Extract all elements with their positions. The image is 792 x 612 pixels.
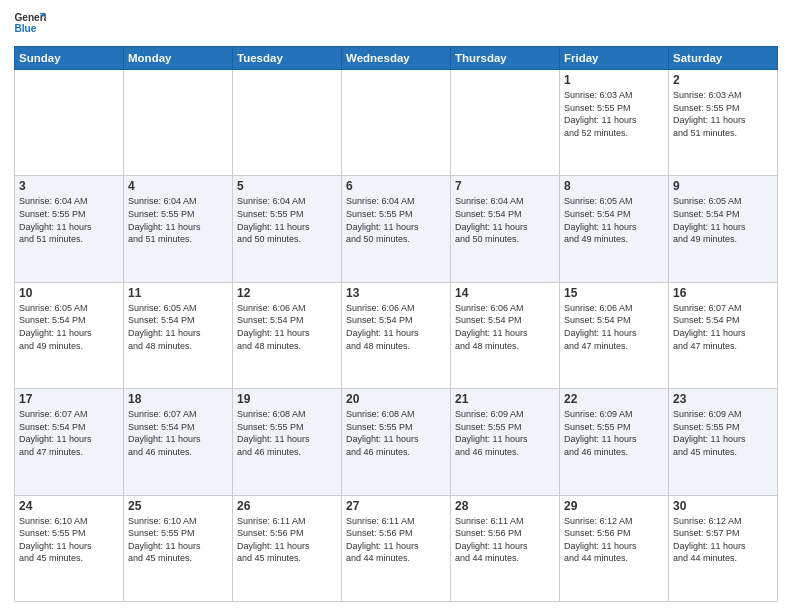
calendar-table: SundayMondayTuesdayWednesdayThursdayFrid… [14,46,778,602]
day-info: Sunrise: 6:06 AM Sunset: 5:54 PM Dayligh… [455,302,555,352]
calendar-cell: 19Sunrise: 6:08 AM Sunset: 5:55 PM Dayli… [233,389,342,495]
day-info: Sunrise: 6:12 AM Sunset: 5:57 PM Dayligh… [673,515,773,565]
day-info: Sunrise: 6:04 AM Sunset: 5:55 PM Dayligh… [346,195,446,245]
day-info: Sunrise: 6:05 AM Sunset: 5:54 PM Dayligh… [673,195,773,245]
day-info: Sunrise: 6:06 AM Sunset: 5:54 PM Dayligh… [346,302,446,352]
header-sunday: Sunday [15,47,124,70]
calendar-cell: 17Sunrise: 6:07 AM Sunset: 5:54 PM Dayli… [15,389,124,495]
calendar-cell: 18Sunrise: 6:07 AM Sunset: 5:54 PM Dayli… [124,389,233,495]
day-info: Sunrise: 6:04 AM Sunset: 5:55 PM Dayligh… [19,195,119,245]
day-info: Sunrise: 6:05 AM Sunset: 5:54 PM Dayligh… [564,195,664,245]
day-info: Sunrise: 6:04 AM Sunset: 5:55 PM Dayligh… [128,195,228,245]
calendar-cell: 23Sunrise: 6:09 AM Sunset: 5:55 PM Dayli… [669,389,778,495]
day-info: Sunrise: 6:05 AM Sunset: 5:54 PM Dayligh… [128,302,228,352]
calendar-cell: 28Sunrise: 6:11 AM Sunset: 5:56 PM Dayli… [451,495,560,601]
day-number: 1 [564,73,664,87]
calendar-cell [233,70,342,176]
day-number: 30 [673,499,773,513]
header-saturday: Saturday [669,47,778,70]
day-info: Sunrise: 6:10 AM Sunset: 5:55 PM Dayligh… [128,515,228,565]
calendar-cell: 3Sunrise: 6:04 AM Sunset: 5:55 PM Daylig… [15,176,124,282]
day-info: Sunrise: 6:11 AM Sunset: 5:56 PM Dayligh… [237,515,337,565]
day-number: 18 [128,392,228,406]
day-number: 16 [673,286,773,300]
day-number: 13 [346,286,446,300]
logo-icon: General Blue [14,10,46,38]
calendar-cell: 4Sunrise: 6:04 AM Sunset: 5:55 PM Daylig… [124,176,233,282]
day-info: Sunrise: 6:09 AM Sunset: 5:55 PM Dayligh… [673,408,773,458]
day-number: 24 [19,499,119,513]
calendar-cell: 27Sunrise: 6:11 AM Sunset: 5:56 PM Dayli… [342,495,451,601]
day-number: 9 [673,179,773,193]
calendar-cell: 22Sunrise: 6:09 AM Sunset: 5:55 PM Dayli… [560,389,669,495]
calendar-cell: 16Sunrise: 6:07 AM Sunset: 5:54 PM Dayli… [669,282,778,388]
day-info: Sunrise: 6:09 AM Sunset: 5:55 PM Dayligh… [564,408,664,458]
day-info: Sunrise: 6:06 AM Sunset: 5:54 PM Dayligh… [564,302,664,352]
day-info: Sunrise: 6:07 AM Sunset: 5:54 PM Dayligh… [19,408,119,458]
day-number: 19 [237,392,337,406]
day-number: 5 [237,179,337,193]
day-number: 15 [564,286,664,300]
week-row-2: 3Sunrise: 6:04 AM Sunset: 5:55 PM Daylig… [15,176,778,282]
calendar-cell: 14Sunrise: 6:06 AM Sunset: 5:54 PM Dayli… [451,282,560,388]
calendar-cell: 8Sunrise: 6:05 AM Sunset: 5:54 PM Daylig… [560,176,669,282]
calendar-cell: 13Sunrise: 6:06 AM Sunset: 5:54 PM Dayli… [342,282,451,388]
calendar-cell: 20Sunrise: 6:08 AM Sunset: 5:55 PM Dayli… [342,389,451,495]
calendar-cell: 24Sunrise: 6:10 AM Sunset: 5:55 PM Dayli… [15,495,124,601]
week-row-5: 24Sunrise: 6:10 AM Sunset: 5:55 PM Dayli… [15,495,778,601]
day-number: 14 [455,286,555,300]
day-number: 29 [564,499,664,513]
day-number: 12 [237,286,337,300]
week-row-4: 17Sunrise: 6:07 AM Sunset: 5:54 PM Dayli… [15,389,778,495]
day-number: 23 [673,392,773,406]
day-info: Sunrise: 6:04 AM Sunset: 5:54 PM Dayligh… [455,195,555,245]
calendar-cell [342,70,451,176]
calendar-cell: 7Sunrise: 6:04 AM Sunset: 5:54 PM Daylig… [451,176,560,282]
day-info: Sunrise: 6:04 AM Sunset: 5:55 PM Dayligh… [237,195,337,245]
day-number: 21 [455,392,555,406]
logo: General Blue [14,10,50,38]
calendar-cell: 29Sunrise: 6:12 AM Sunset: 5:56 PM Dayli… [560,495,669,601]
day-info: Sunrise: 6:10 AM Sunset: 5:55 PM Dayligh… [19,515,119,565]
day-number: 3 [19,179,119,193]
header-thursday: Thursday [451,47,560,70]
calendar-cell: 26Sunrise: 6:11 AM Sunset: 5:56 PM Dayli… [233,495,342,601]
week-row-3: 10Sunrise: 6:05 AM Sunset: 5:54 PM Dayli… [15,282,778,388]
day-info: Sunrise: 6:03 AM Sunset: 5:55 PM Dayligh… [673,89,773,139]
calendar-cell [124,70,233,176]
day-info: Sunrise: 6:11 AM Sunset: 5:56 PM Dayligh… [346,515,446,565]
day-number: 2 [673,73,773,87]
calendar-cell: 12Sunrise: 6:06 AM Sunset: 5:54 PM Dayli… [233,282,342,388]
page: General Blue SundayMondayTuesdayWednesda… [0,0,792,612]
day-number: 4 [128,179,228,193]
day-number: 25 [128,499,228,513]
day-info: Sunrise: 6:07 AM Sunset: 5:54 PM Dayligh… [673,302,773,352]
day-number: 10 [19,286,119,300]
day-info: Sunrise: 6:06 AM Sunset: 5:54 PM Dayligh… [237,302,337,352]
day-number: 28 [455,499,555,513]
calendar-cell: 2Sunrise: 6:03 AM Sunset: 5:55 PM Daylig… [669,70,778,176]
day-number: 27 [346,499,446,513]
calendar-cell: 9Sunrise: 6:05 AM Sunset: 5:54 PM Daylig… [669,176,778,282]
calendar-cell: 1Sunrise: 6:03 AM Sunset: 5:55 PM Daylig… [560,70,669,176]
day-number: 11 [128,286,228,300]
calendar-cell: 30Sunrise: 6:12 AM Sunset: 5:57 PM Dayli… [669,495,778,601]
day-info: Sunrise: 6:11 AM Sunset: 5:56 PM Dayligh… [455,515,555,565]
day-info: Sunrise: 6:07 AM Sunset: 5:54 PM Dayligh… [128,408,228,458]
calendar-cell: 11Sunrise: 6:05 AM Sunset: 5:54 PM Dayli… [124,282,233,388]
day-number: 22 [564,392,664,406]
day-number: 7 [455,179,555,193]
header-friday: Friday [560,47,669,70]
calendar-cell: 5Sunrise: 6:04 AM Sunset: 5:55 PM Daylig… [233,176,342,282]
day-number: 17 [19,392,119,406]
day-info: Sunrise: 6:08 AM Sunset: 5:55 PM Dayligh… [346,408,446,458]
day-number: 26 [237,499,337,513]
day-info: Sunrise: 6:05 AM Sunset: 5:54 PM Dayligh… [19,302,119,352]
week-row-1: 1Sunrise: 6:03 AM Sunset: 5:55 PM Daylig… [15,70,778,176]
calendar-cell: 15Sunrise: 6:06 AM Sunset: 5:54 PM Dayli… [560,282,669,388]
calendar-cell [15,70,124,176]
calendar-cell: 10Sunrise: 6:05 AM Sunset: 5:54 PM Dayli… [15,282,124,388]
day-info: Sunrise: 6:03 AM Sunset: 5:55 PM Dayligh… [564,89,664,139]
calendar-cell: 6Sunrise: 6:04 AM Sunset: 5:55 PM Daylig… [342,176,451,282]
header-wednesday: Wednesday [342,47,451,70]
